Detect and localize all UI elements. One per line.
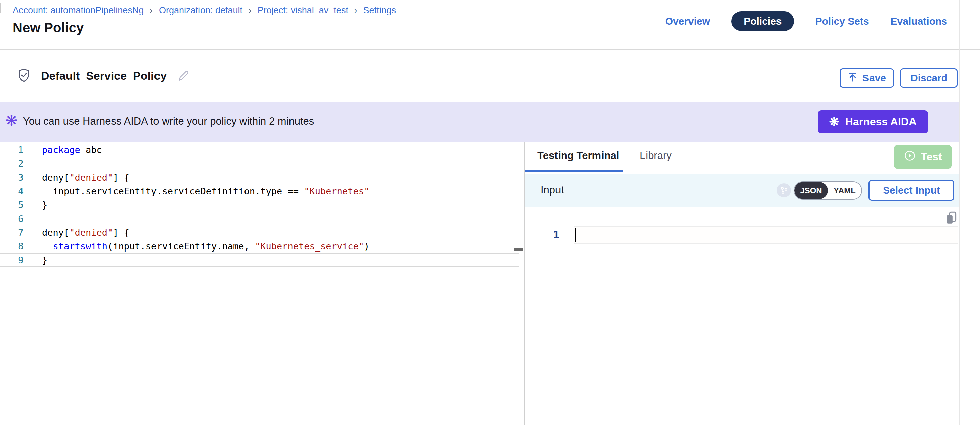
- code-text: deny["denied"] {: [42, 172, 129, 182]
- code-line[interactable]: 8 startswith(input.serviceEntity.name, "…: [0, 240, 524, 253]
- code-text: }: [42, 255, 47, 265]
- input-label: Input: [541, 184, 564, 196]
- text-cursor: [575, 228, 576, 243]
- code-text: package abc: [42, 145, 102, 155]
- line-number: 9: [0, 255, 24, 265]
- breadcrumb-item[interactable]: Settings: [363, 5, 396, 16]
- code-line[interactable]: 5}: [0, 198, 524, 212]
- play-circle-icon: [904, 150, 916, 165]
- format-option-yaml[interactable]: YAML: [828, 182, 861, 199]
- discard-button-label: Discard: [910, 72, 947, 84]
- copy-icon[interactable]: [945, 211, 959, 225]
- testing-panel: Testing Terminal Library Test Input: [525, 142, 980, 425]
- code-text: startswith(input.serviceEntity.name, "Ku…: [42, 241, 369, 251]
- input-line-number: 1: [544, 229, 559, 240]
- upload-icon: [848, 72, 858, 85]
- select-input-button[interactable]: Select Input: [869, 180, 955, 201]
- aida-banner: ❋ You can use Harness AIDA to write your…: [0, 102, 959, 142]
- page-title: New Policy: [13, 20, 84, 35]
- breadcrumb-item[interactable]: Account: automationPipelinesNg: [13, 5, 144, 16]
- policy-shield-check-icon: [16, 67, 32, 85]
- aida-flower-icon: ❋: [5, 113, 18, 128]
- format-toggle: JSONYAML: [794, 181, 862, 200]
- active-tab-underline: [525, 170, 623, 173]
- header-tab-overview[interactable]: Overview: [665, 11, 710, 31]
- input-current-line-highlight: [574, 226, 958, 244]
- header-tab-policies[interactable]: Policies: [732, 11, 794, 31]
- code-line[interactable]: 4 input.serviceEntity.serviceDefinition.…: [0, 184, 524, 198]
- aida-button-flower-icon: ❋: [829, 116, 839, 128]
- harness-aida-button[interactable]: ❋ Harness AIDA: [818, 110, 928, 134]
- left-edge-sliver: [0, 3, 2, 13]
- code-text: input.serviceEntity.serviceDefinition.ty…: [42, 186, 369, 197]
- header-tabs: OverviewPoliciesPolicy SetsEvaluations: [665, 11, 947, 31]
- line-number: 8: [0, 241, 24, 251]
- policy-bar: Default_Service_Policy Save Discard: [0, 50, 980, 102]
- tab-library[interactable]: Library: [640, 150, 672, 162]
- test-button-label: Test: [921, 151, 942, 163]
- policy-name-group: Default_Service_Policy: [16, 50, 190, 102]
- input-editor[interactable]: 1: [525, 207, 980, 425]
- breadcrumb-chevron-icon: ›: [354, 5, 357, 16]
- code-line[interactable]: 3deny["denied"] {: [0, 171, 524, 184]
- breadcrumb-item[interactable]: Project: vishal_av_test: [258, 5, 348, 16]
- aida-banner-message: You can use Harness AIDA to write your p…: [23, 115, 314, 128]
- code-line[interactable]: 1package abc: [0, 143, 524, 157]
- input-header-bar: Input JSONYAML Select Input: [525, 174, 959, 207]
- code-text: deny["denied"] {: [42, 227, 129, 238]
- save-button-label: Save: [862, 72, 886, 84]
- code-line[interactable]: 2: [0, 157, 524, 171]
- header-tab-evaluations[interactable]: Evaluations: [891, 11, 947, 31]
- header-tab-policy-sets[interactable]: Policy Sets: [815, 11, 869, 31]
- breadcrumb-chevron-icon: ›: [248, 5, 251, 16]
- select-input-label: Select Input: [883, 185, 940, 196]
- page-header: Account: automationPipelinesNg›Organizat…: [0, 0, 980, 50]
- line-number: 3: [0, 173, 24, 182]
- line-number: 2: [0, 159, 24, 169]
- code-line[interactable]: 6: [0, 212, 524, 225]
- code-text: }: [42, 200, 47, 210]
- page-right-border: [959, 0, 960, 425]
- tab-testing-terminal[interactable]: Testing Terminal: [537, 150, 619, 162]
- line-number: 6: [0, 214, 24, 224]
- policy-code-editor[interactable]: 1package abc23deny["denied"] {4 input.se…: [0, 142, 524, 425]
- line-number: 7: [0, 228, 24, 238]
- breadcrumb: Account: automationPipelinesNg›Organizat…: [13, 5, 396, 16]
- line-number: 4: [0, 186, 24, 197]
- branch-icon: [777, 183, 791, 197]
- code-line[interactable]: 7deny["denied"] {: [0, 225, 524, 240]
- main-content: 1package abc23deny["denied"] {4 input.se…: [0, 142, 980, 425]
- discard-button[interactable]: Discard: [900, 68, 958, 88]
- save-button[interactable]: Save: [840, 68, 894, 88]
- aida-button-label: Harness AIDA: [845, 116, 916, 128]
- policy-name: Default_Service_Policy: [41, 69, 167, 82]
- test-button[interactable]: Test: [894, 145, 952, 169]
- line-number: 5: [0, 200, 24, 210]
- code-line[interactable]: 9}: [0, 253, 519, 267]
- breadcrumb-chevron-icon: ›: [150, 5, 153, 16]
- breadcrumb-item[interactable]: Organization: default: [159, 5, 242, 16]
- line-number: 1: [0, 145, 24, 155]
- format-option-json[interactable]: JSON: [794, 182, 828, 199]
- new-policy-page: Account: automationPipelinesNg›Organizat…: [0, 0, 980, 425]
- edit-pencil-icon[interactable]: [176, 68, 190, 84]
